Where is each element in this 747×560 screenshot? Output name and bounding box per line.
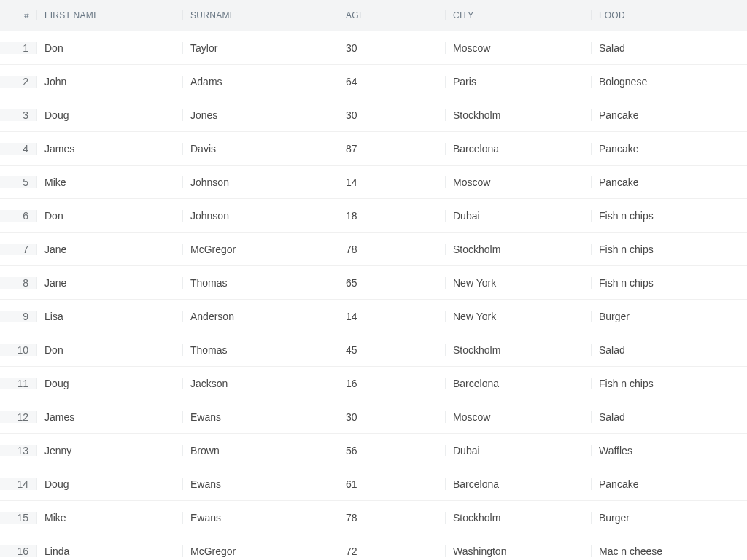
- cell-city: Barcelona: [445, 478, 591, 490]
- table-row[interactable]: 1DonTaylor30MoscowSaladBlack: [0, 31, 747, 65]
- cell-color: Green: [737, 176, 747, 188]
- cell-color: Red: [737, 378, 747, 389]
- cell-food: Pancake: [591, 143, 737, 155]
- cell-food: Salad: [591, 344, 737, 356]
- cell-index: 8: [0, 277, 36, 289]
- cell-color: Black: [737, 42, 747, 54]
- cell-age: 30: [336, 42, 445, 54]
- cell-city: Stockholm: [445, 344, 591, 356]
- cell-city: Stockholm: [445, 512, 591, 524]
- cell-age: 18: [336, 210, 445, 222]
- cell-sur: Thomas: [182, 344, 336, 356]
- cell-food: Fish n chips: [591, 378, 737, 389]
- cell-index: 13: [0, 445, 36, 456]
- table-row[interactable]: 11DougJackson16BarcelonaFish n chipsRed: [0, 367, 747, 400]
- cell-first: Mike: [36, 176, 182, 188]
- cell-color: Teal: [737, 478, 747, 490]
- cell-age: 87: [336, 143, 445, 155]
- cell-city: New York: [445, 277, 591, 289]
- table-row[interactable]: 14DougEwans61BarcelonaPancakeTeal: [0, 467, 747, 501]
- cell-sur: McGregor: [182, 244, 336, 255]
- cell-sur: Taylor: [182, 42, 336, 54]
- table-row[interactable]: 6DonJohnson18DubaiFish n chipsRed: [0, 199, 747, 233]
- cell-sur: Brown: [182, 445, 336, 456]
- table-row[interactable]: 3DougJones30StockholmPancakePink: [0, 98, 747, 132]
- cell-index: 12: [0, 411, 36, 423]
- cell-city: Moscow: [445, 176, 591, 188]
- table-row[interactable]: 12JamesEwans30MoscowSaladBlack: [0, 400, 747, 434]
- cell-color: Pink: [737, 109, 747, 121]
- cell-color: Black: [737, 344, 747, 356]
- cell-index: 1: [0, 42, 36, 54]
- cell-city: Dubai: [445, 210, 591, 222]
- table-body: 1DonTaylor30MoscowSaladBlack2JohnAdams64…: [0, 31, 747, 560]
- table-row[interactable]: 4JamesDavis87BarcelonaPancakeGreen: [0, 132, 747, 166]
- cell-age: 72: [336, 545, 445, 557]
- col-header-surname[interactable]: SURNAME: [182, 10, 336, 20]
- table-row[interactable]: 13JennyBrown56DubaiWafflesOrange: [0, 434, 747, 467]
- cell-sur: Anderson: [182, 311, 336, 322]
- cell-city: Moscow: [445, 411, 591, 423]
- cell-city: Stockholm: [445, 109, 591, 121]
- cell-first: James: [36, 143, 182, 155]
- cell-sur: Ewans: [182, 411, 336, 423]
- cell-first: Jane: [36, 244, 182, 255]
- cell-age: 16: [336, 378, 445, 389]
- cell-food: Salad: [591, 411, 737, 423]
- cell-food: Waffles: [591, 445, 737, 456]
- cell-first: Linda: [36, 545, 182, 557]
- cell-sur: Davis: [182, 143, 336, 155]
- cell-index: 10: [0, 344, 36, 356]
- table-row[interactable]: 16LindaMcGregor72WashingtonMac n cheeseP…: [0, 534, 747, 560]
- cell-food: Salad: [591, 42, 737, 54]
- table-row[interactable]: 15MikeEwans78StockholmBurgerGreen: [0, 501, 747, 534]
- cell-first: John: [36, 76, 182, 88]
- col-header-food[interactable]: FOOD: [591, 10, 737, 20]
- table-header-row: # FIRST NAME SURNAME AGE CITY FOOD C: [0, 0, 747, 31]
- table-row[interactable]: 8JaneThomas65New YorkFish n chipsBlack: [0, 266, 747, 300]
- cell-food: Bolognese: [591, 76, 737, 88]
- table-row[interactable]: 5MikeJohnson14MoscowPancakeGreen: [0, 166, 747, 199]
- cell-food: Mac n cheese: [591, 545, 737, 557]
- cell-first: Don: [36, 344, 182, 356]
- cell-first: James: [36, 411, 182, 423]
- cell-index: 7: [0, 244, 36, 255]
- cell-color: Green: [737, 512, 747, 524]
- cell-age: 30: [336, 411, 445, 423]
- cell-color: Green: [737, 244, 747, 255]
- cell-age: 56: [336, 445, 445, 456]
- cell-city: Stockholm: [445, 244, 591, 255]
- cell-index: 2: [0, 76, 36, 88]
- table-row[interactable]: 2JohnAdams64ParisBologneseOrange: [0, 65, 747, 98]
- cell-age: 64: [336, 76, 445, 88]
- table-row[interactable]: 9LisaAnderson14New YorkBurgerOrange: [0, 300, 747, 333]
- cell-city: Paris: [445, 76, 591, 88]
- col-header-color[interactable]: C: [737, 10, 747, 20]
- table-row[interactable]: 7JaneMcGregor78StockholmFish n chipsGree…: [0, 233, 747, 266]
- cell-index: 9: [0, 311, 36, 322]
- cell-sur: McGregor: [182, 545, 336, 557]
- cell-food: Burger: [591, 512, 737, 524]
- col-header-age[interactable]: AGE: [336, 10, 445, 20]
- cell-city: Barcelona: [445, 378, 591, 389]
- cell-first: Mike: [36, 512, 182, 524]
- cell-first: Don: [36, 42, 182, 54]
- table-row[interactable]: 10DonThomas45StockholmSaladBlack: [0, 333, 747, 367]
- cell-index: 14: [0, 478, 36, 490]
- cell-first: Doug: [36, 109, 182, 121]
- col-header-firstname[interactable]: FIRST NAME: [36, 10, 182, 20]
- col-header-index[interactable]: #: [0, 10, 36, 20]
- cell-sur: Thomas: [182, 277, 336, 289]
- cell-color: Orange: [737, 445, 747, 456]
- data-grid: # FIRST NAME SURNAME AGE CITY FOOD C 1Do…: [0, 0, 747, 560]
- cell-age: 45: [336, 344, 445, 356]
- cell-first: Doug: [36, 478, 182, 490]
- cell-index: 15: [0, 512, 36, 524]
- cell-color: Red: [737, 210, 747, 222]
- cell-index: 11: [0, 378, 36, 389]
- col-header-city[interactable]: CITY: [445, 10, 591, 20]
- cell-sur: Jones: [182, 109, 336, 121]
- cell-index: 6: [0, 210, 36, 222]
- cell-age: 14: [336, 176, 445, 188]
- cell-index: 5: [0, 176, 36, 188]
